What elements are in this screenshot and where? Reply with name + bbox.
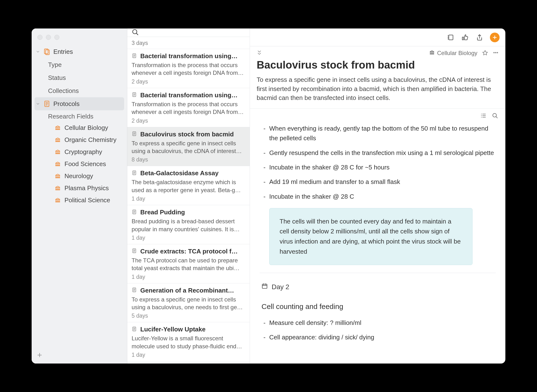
entry-title: Beta-Galactosidase Assay [140, 169, 219, 177]
institution-icon [429, 50, 435, 56]
content-body: When everything is ready, gently tap the… [250, 122, 505, 357]
minimize-window-button[interactable] [46, 35, 51, 40]
entry-item[interactable]: Lucifer-Yellow UptakeLucifer-Yellow is a… [127, 322, 250, 361]
entries-container: Bacterial transformation using…Transform… [127, 49, 250, 364]
close-window-button[interactable] [37, 35, 42, 40]
entry-snippet: The TCA protocol can be used to prepare … [132, 257, 245, 272]
star-icon[interactable] [482, 50, 488, 56]
institution-icon [55, 149, 61, 155]
entry-age: 2 days [132, 118, 245, 124]
entry-list-pane: 3 days Bacterial transformation using…Tr… [127, 28, 250, 364]
entry-title: Baculovirus stock from bacmid [140, 131, 234, 138]
entry-snippet: Bread pudding is a bread-based dessert p… [132, 217, 245, 233]
content-tools [250, 109, 505, 122]
institution-icon [55, 125, 61, 131]
svg-point-95 [497, 52, 498, 53]
sidebar-item-type[interactable]: Type [35, 58, 124, 71]
add-collection-button[interactable] [36, 355, 43, 359]
step-item: Add 19 ml medium and transfer to a small… [269, 177, 496, 187]
section-rule [260, 273, 496, 273]
entry-item[interactable]: Crude extracts: TCA protocol f…The TCA p… [127, 244, 250, 283]
field-neurology[interactable]: Neurology [35, 170, 124, 182]
entry-title: Lucifer-Yellow Uptake [140, 326, 205, 333]
sidebar-label: Protocols [53, 100, 79, 108]
subheading: Cell counting and feeding [261, 301, 496, 312]
entry-title: Bacterial transformation using… [140, 91, 238, 99]
toolbar [250, 28, 505, 46]
entry-item[interactable]: MadeleinesThe Madeleine or Petite Madele… [127, 361, 250, 364]
entry-item[interactable]: Beta-Galactosidase AssayThe beta-galacto… [127, 166, 250, 205]
field-label: Cryptography [64, 148, 102, 156]
svg-line-44 [136, 33, 138, 35]
sidebar-item-status[interactable]: Status [35, 71, 124, 84]
entry-snippet: To express a specific gene in insect cel… [132, 140, 245, 155]
document-icon [132, 53, 137, 59]
sidebar-item-collections[interactable]: Collections [35, 84, 124, 97]
day-label: Day 2 [272, 282, 289, 292]
app-window: Entries TypeStatusCollections Protocols … [32, 28, 505, 364]
field-cellular-biology[interactable]: Cellular Biology [35, 122, 124, 134]
entry-snippet: To express a specific gene in insect cel… [132, 296, 245, 311]
field-political-science[interactable]: Political Science [35, 194, 124, 206]
day-heading: Day 2 [261, 282, 496, 292]
sidebar-item-entries[interactable]: Entries [35, 45, 124, 58]
document-icon [132, 326, 137, 333]
searchbar[interactable] [127, 28, 250, 37]
field-cryptography[interactable]: Cryptography [35, 146, 124, 158]
entry-item[interactable]: Bacterial transformation using…Transform… [127, 88, 250, 127]
field-plasma-physics[interactable]: Plasma Physics [35, 182, 124, 194]
document-icon [132, 248, 137, 254]
field-label: Plasma Physics [64, 184, 109, 192]
entry-title: Crude extracts: TCA protocol f… [140, 248, 238, 255]
search-in-doc-icon[interactable] [492, 112, 498, 120]
field-food-sciences[interactable]: Food Sciences [35, 158, 124, 170]
svg-point-94 [495, 52, 496, 53]
list-group-label: 3 days [127, 37, 250, 49]
svg-line-103 [496, 117, 497, 118]
entry-title: Bread Pudding [140, 209, 185, 216]
institution-icon [55, 137, 61, 143]
entry-snippet: Transformation is the process that occur… [132, 61, 245, 77]
entry-age: 5 days [132, 313, 245, 319]
svg-rect-104 [262, 284, 267, 288]
field-label: Neurology [64, 172, 93, 180]
document-icon [132, 92, 137, 98]
outline-icon[interactable] [480, 112, 487, 120]
detail-pane: Cellular Biology Baculovirus stock from … [250, 28, 505, 364]
field-label: Political Science [64, 196, 110, 204]
entry-item[interactable]: Generation of a Recombinant…To express a… [127, 283, 250, 322]
share-icon[interactable] [475, 33, 484, 42]
category-chip[interactable]: Cellular Biology [429, 50, 477, 56]
step-item: Cell appearance: dividing / sick/ dying [269, 332, 496, 342]
entry-item[interactable]: Baculovirus stock from bacmidTo express … [127, 127, 250, 166]
entry-snippet: Transformation is the process that occur… [132, 100, 245, 116]
document-icon [132, 287, 137, 294]
more-icon[interactable] [493, 50, 499, 56]
document-icon [132, 170, 137, 176]
add-button[interactable] [490, 33, 500, 42]
institution-icon [55, 197, 61, 203]
panel-icon[interactable] [446, 33, 455, 42]
sidebar-subheader-research-fields[interactable]: Research Fields [35, 110, 124, 122]
sidebar-footer [32, 348, 127, 364]
day2-steps: Measure cell density: ? million/mlCell a… [260, 318, 496, 342]
entry-item[interactable]: Bread PuddingBread pudding is a bread-ba… [127, 205, 250, 244]
field-organic-chemistry[interactable]: Organic Chemistry [35, 134, 124, 146]
thumbs-up-icon[interactable] [461, 33, 469, 42]
sidebar-label: Entries [53, 48, 73, 56]
sidebar-item-protocols[interactable]: Protocols [35, 97, 124, 110]
chevron-down-icon [35, 49, 40, 54]
entry-age: 8 days [132, 156, 245, 163]
step-item: Measure cell density: ? million/ml [269, 318, 496, 328]
entry-item[interactable]: Bacterial transformation using…Transform… [127, 49, 250, 88]
entry-snippet: Lucifer-Yellow is a small fluorescent mo… [132, 335, 245, 350]
entry-age: 1 day [132, 235, 245, 241]
entry-age: 1 day [132, 274, 245, 280]
svg-marker-92 [483, 50, 488, 55]
search-icon [132, 28, 139, 37]
collapse-icon[interactable] [257, 50, 262, 56]
step-item: Incubate in the shaker @ 28 C for ~5 hou… [269, 162, 496, 172]
field-label: Food Sciences [64, 160, 106, 168]
zoom-window-button[interactable] [54, 35, 59, 40]
calendar-icon [261, 282, 268, 292]
